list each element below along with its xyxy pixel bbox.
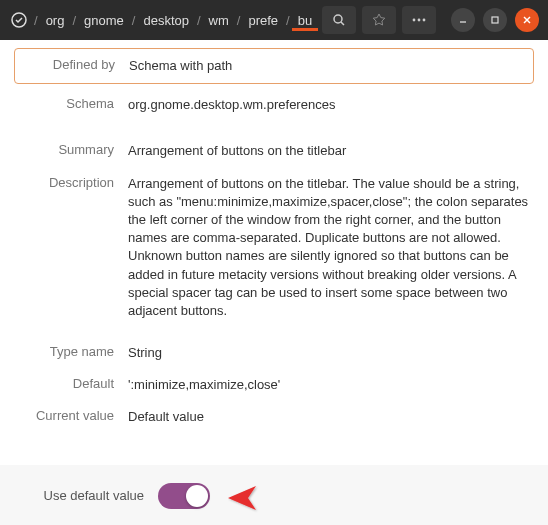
dots-icon — [412, 18, 426, 22]
row-schema: Schema org.gnome.desktop.wm.preferences — [14, 86, 534, 118]
titlebar: / org / gnome / desktop / wm / prefe / b… — [0, 0, 548, 40]
bookmark-button[interactable] — [362, 6, 396, 34]
row-typename: Type name String — [14, 334, 534, 366]
search-button[interactable] — [322, 6, 356, 34]
label-use-default: Use default value — [14, 488, 144, 503]
row-default: Default ':minimize,maximize,close' — [14, 366, 534, 398]
close-button[interactable] — [515, 8, 539, 32]
breadcrumb-org[interactable]: org — [40, 10, 71, 31]
close-icon — [522, 15, 532, 25]
content-panel: Defined by Schema with path Schema org.g… — [0, 40, 548, 445]
label-defined-by: Defined by — [19, 57, 129, 75]
breadcrumb-prefe[interactable]: prefe — [242, 10, 284, 31]
value-summary: Arrangement of buttons on the titlebar — [128, 142, 530, 160]
svg-line-2 — [341, 22, 344, 25]
breadcrumb-wm[interactable]: wm — [203, 10, 235, 31]
value-defined-by: Schema with path — [129, 57, 529, 75]
svg-rect-7 — [492, 17, 498, 23]
arrow-icon — [228, 468, 328, 525]
label-typename: Type name — [18, 344, 128, 362]
section-use-default: Use default value — [0, 465, 548, 525]
label-summary: Summary — [18, 142, 128, 160]
label-default: Default — [18, 376, 128, 394]
star-icon — [372, 13, 386, 27]
row-description: Description Arrangement of buttons on th… — [14, 165, 534, 325]
svg-point-5 — [423, 19, 426, 22]
value-typename: String — [128, 344, 530, 362]
value-description: Arrangement of buttons on the titlebar. … — [128, 175, 530, 321]
svg-point-4 — [418, 19, 421, 22]
row-defined-by: Defined by Schema with path — [14, 48, 534, 84]
breadcrumb-desktop[interactable]: desktop — [137, 10, 195, 31]
menu-button[interactable] — [402, 6, 436, 34]
row-summary: Summary Arrangement of buttons on the ti… — [14, 132, 534, 164]
app-icon — [6, 6, 32, 34]
value-current: Default value — [128, 408, 530, 426]
row-current-value: Current value Default value — [14, 398, 534, 430]
value-default: ':minimize,maximize,close' — [128, 376, 530, 394]
label-schema: Schema — [18, 96, 128, 114]
maximize-button[interactable] — [483, 8, 507, 32]
search-icon — [332, 13, 346, 27]
path-sep: / — [34, 13, 38, 28]
value-schema: org.gnome.desktop.wm.preferences — [128, 96, 530, 114]
label-current: Current value — [18, 408, 128, 426]
svg-point-3 — [413, 19, 416, 22]
label-description: Description — [18, 175, 128, 321]
svg-point-1 — [334, 15, 342, 23]
use-default-toggle[interactable] — [158, 483, 210, 509]
minimize-icon — [458, 15, 468, 25]
maximize-icon — [490, 15, 500, 25]
breadcrumb-gnome[interactable]: gnome — [78, 10, 130, 31]
breadcrumb-bu[interactable]: bu — [292, 10, 318, 31]
minimize-button[interactable] — [451, 8, 475, 32]
toggle-knob — [186, 485, 208, 507]
